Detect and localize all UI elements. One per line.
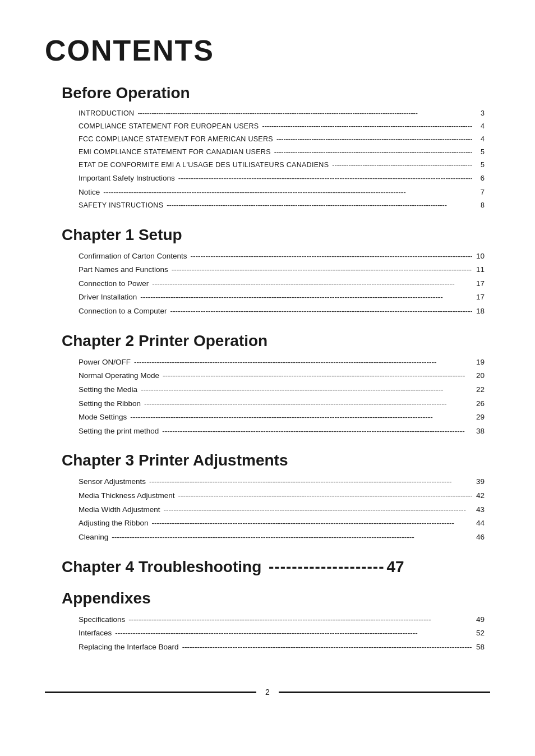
- toc-entry: ETAT DE CONFORMITE EMI A L'USAGE DES UTI…: [45, 159, 490, 172]
- entry-text: Part Names and Functions: [79, 263, 168, 276]
- entry-page: 19: [473, 356, 485, 369]
- toc-entry: Power ON/OFF----------------------------…: [45, 356, 490, 370]
- toc-entry: Setting the Media-----------------------…: [45, 383, 490, 397]
- toc-entry: Interfaces------------------------------…: [45, 626, 490, 640]
- entry-page: 22: [473, 383, 485, 397]
- entry-dots: ----------------------------------------…: [113, 626, 472, 640]
- entry-page: 7: [473, 186, 485, 199]
- toc-entry: Driver Installation---------------------…: [45, 291, 490, 305]
- entry-dots: ----------------------------------------…: [147, 475, 472, 489]
- entry-page: 26: [473, 397, 485, 411]
- entry-page: 4: [473, 121, 485, 133]
- toc-entry: Normal Operating Mode-------------------…: [45, 369, 490, 383]
- entry-page: 10: [473, 250, 485, 263]
- entry-dots: ----------------------------------------…: [274, 133, 472, 146]
- entry-dots: ----------------------------------------…: [260, 121, 472, 133]
- entry-text: Setting the print method: [79, 425, 159, 438]
- entry-text: Connection to a Computer: [79, 305, 167, 318]
- entry-text: Specifications: [79, 613, 125, 626]
- entry-page: 20: [473, 369, 485, 382]
- entry-dots: ----------------------------------------…: [164, 200, 472, 213]
- entry-page: 4: [473, 133, 485, 146]
- toc-entry: Notice----------------------------------…: [45, 186, 490, 200]
- entry-page: 43: [473, 503, 485, 517]
- toc-entry: Connection to Power---------------------…: [45, 277, 490, 291]
- entry-page: 5: [473, 159, 485, 172]
- entry-text: EMI COMPLIANCE STATEMENT FOR CANADIAN US…: [79, 146, 271, 159]
- entry-page: 11: [473, 263, 485, 276]
- entry-dots: ----------------------------------------…: [139, 383, 472, 397]
- entry-text: Mode Settings: [79, 411, 127, 424]
- toc-entry: Sensor Adjustments----------------------…: [45, 475, 490, 489]
- entry-page: 44: [473, 517, 485, 530]
- entry-text: Media Width Adjustment: [79, 503, 160, 517]
- entry-text: Confirmation of Carton Contents: [79, 250, 187, 263]
- entry-page: 58: [473, 640, 485, 654]
- entry-dots: ----------------------------------------…: [150, 517, 472, 531]
- entry-page: 6: [473, 172, 485, 185]
- entry-page: 18: [473, 305, 485, 318]
- entry-text: Setting the Media: [79, 383, 137, 397]
- entry-text: Power ON/OFF: [79, 356, 131, 369]
- entry-text: Replacing the Interface Board: [79, 640, 179, 654]
- entry-text: FCC COMPLIANCE STATEMENT FOR AMERICAN US…: [79, 133, 273, 146]
- entry-page: 49: [473, 613, 485, 626]
- entry-text: INTRODUCTION: [79, 108, 134, 120]
- entry-page: 17: [473, 291, 485, 304]
- entry-text: Sensor Adjustments: [79, 475, 146, 488]
- entry-text: SAFETY INSTRUCTIONS: [79, 200, 163, 212]
- footer-line-right: [279, 692, 490, 693]
- entry-text: Driver Installation: [79, 291, 137, 304]
- entry-page: 8: [473, 200, 485, 212]
- toc-entry: FCC COMPLIANCE STATEMENT FOR AMERICAN US…: [45, 133, 490, 146]
- section-heading: Before Operation: [45, 84, 490, 102]
- entry-text: COMPLIANCE STATEMENT FOR EUROPEAN USERS: [79, 121, 259, 133]
- footer: 2: [45, 688, 490, 697]
- entry-dots: ----------------------------------------…: [162, 503, 472, 517]
- entry-dots: ----------------------------------------…: [188, 250, 472, 264]
- toc-entry: Specifications--------------------------…: [45, 613, 490, 627]
- entry-page: 29: [473, 411, 485, 424]
- chapter4-heading-text: Chapter 4 Troubleshooting: [62, 558, 261, 576]
- entry-text: Normal Operating Mode: [79, 369, 159, 382]
- section-heading: Chapter 2 Printer Operation: [45, 332, 490, 350]
- toc-entry: Setting the print method----------------…: [45, 425, 490, 439]
- toc-entry: Adjusting the Ribbon--------------------…: [45, 517, 490, 531]
- toc-entry: EMI COMPLIANCE STATEMENT FOR CANADIAN US…: [45, 146, 490, 159]
- chapter4-dashes: --------------------: [264, 558, 384, 576]
- chapter4-page: 47: [387, 558, 404, 576]
- toc-entry: Part Names and Functions----------------…: [45, 263, 490, 277]
- entry-text: Media Thickness Adjustment: [79, 489, 175, 503]
- entry-text: Cleaning: [79, 531, 108, 544]
- toc-entry: Cleaning--------------------------------…: [45, 531, 490, 545]
- appendixes-heading: Appendixes: [45, 589, 490, 607]
- entry-dots: ----------------------------------------…: [272, 146, 472, 159]
- entry-page: 3: [473, 108, 485, 120]
- toc-entry: Replacing the Interface Board-----------…: [45, 640, 490, 654]
- entry-dots: ----------------------------------------…: [142, 397, 472, 411]
- entry-dots: ----------------------------------------…: [168, 305, 472, 319]
- entry-page: 42: [473, 489, 485, 503]
- entry-dots: ----------------------------------------…: [132, 356, 472, 370]
- entry-dots: ----------------------------------------…: [150, 277, 472, 291]
- entry-dots: ----------------------------------------…: [135, 108, 472, 121]
- entry-text: Setting the Ribbon: [79, 397, 141, 411]
- entry-dots: ----------------------------------------…: [169, 263, 472, 277]
- toc-entry: Connection to a Computer----------------…: [45, 305, 490, 319]
- footer-line-left: [45, 692, 256, 693]
- entry-dots: ----------------------------------------…: [109, 531, 472, 545]
- footer-page-number: 2: [265, 688, 270, 697]
- page-title: CONTENTS: [45, 34, 490, 67]
- entry-text: Interfaces: [79, 626, 112, 640]
- toc-entry: Setting the Ribbon----------------------…: [45, 397, 490, 411]
- toc-entry: Media Width Adjustment------------------…: [45, 503, 490, 517]
- entry-dots: ----------------------------------------…: [330, 159, 472, 172]
- toc-entry: Mode Settings---------------------------…: [45, 411, 490, 425]
- entry-dots: ----------------------------------------…: [128, 411, 472, 425]
- entry-text: Connection to Power: [79, 277, 149, 291]
- section-heading: Chapter 3 Printer Adjustments: [45, 451, 490, 469]
- toc-entry: Important Safety Instructions-----------…: [45, 172, 490, 186]
- entry-text: Adjusting the Ribbon: [79, 517, 149, 530]
- entry-dots: ----------------------------------------…: [138, 291, 472, 305]
- toc-entry: Confirmation of Carton Contents---------…: [45, 250, 490, 264]
